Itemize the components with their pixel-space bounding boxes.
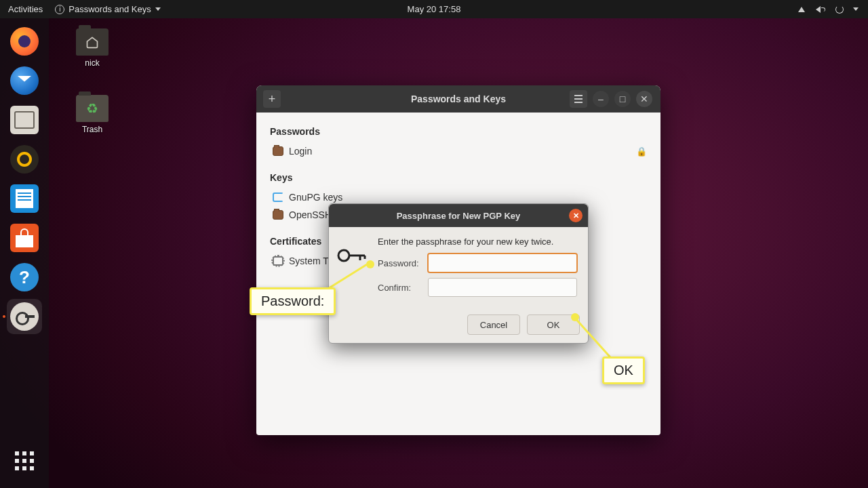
folder-icon — [273, 146, 283, 156]
confirm-input[interactable] — [428, 278, 577, 297]
passphrase-dialog: Passphrase for New PGP Key ✕ Enter the p… — [328, 203, 589, 344]
firefox-icon — [10, 27, 39, 56]
volume-icon[interactable] — [815, 5, 826, 14]
gnupg-item-label: GnuPG keys — [289, 192, 342, 203]
dialog-body: Enter the passphrase for your new key tw… — [329, 227, 588, 312]
network-icon[interactable] — [796, 5, 807, 14]
dialog-close-button[interactable]: ✕ — [569, 209, 583, 222]
confirm-row: Confirm: — [378, 278, 577, 297]
app-menu-label: Passwords and Keys — [68, 4, 151, 14]
chevron-down-icon — [155, 7, 161, 11]
dock-rhythmbox[interactable] — [7, 142, 42, 177]
hamburger-icon — [574, 95, 583, 103]
dialog-buttons: Cancel OK — [329, 312, 588, 343]
dialog-message: Enter the passphrase for your new key tw… — [378, 237, 577, 247]
password-input[interactable] — [428, 253, 577, 272]
desktop-home-label: nick — [65, 58, 119, 68]
help-icon: ? — [10, 263, 39, 291]
seahorse-icon — [10, 302, 39, 331]
password-row: Password: — [378, 253, 577, 272]
hamburger-menu-button[interactable] — [570, 90, 587, 108]
keys-section-header: Keys — [270, 172, 647, 183]
dock-writer[interactable] — [7, 181, 42, 216]
dialog-title: Passphrase for New PGP Key — [397, 211, 521, 221]
confirm-label: Confirm: — [378, 283, 428, 293]
writer-icon — [10, 184, 39, 213]
clock[interactable]: May 20 17:58 — [408, 4, 461, 14]
cancel-button[interactable]: Cancel — [467, 314, 520, 335]
dock: ? — [0, 18, 49, 488]
dock-firefox[interactable] — [7, 24, 42, 59]
login-item-label: Login — [289, 146, 312, 157]
svg-point-0 — [338, 250, 349, 261]
annotation-dot — [571, 313, 579, 321]
trash-icon — [76, 95, 108, 122]
software-icon — [10, 224, 39, 252]
thunderbird-icon — [10, 66, 39, 95]
desktop-trash-label: Trash — [65, 125, 119, 134]
app-info-icon: i — [55, 5, 64, 14]
system-menu-chevron-icon[interactable] — [853, 7, 859, 11]
window-header: + Passwords and Keys – □ ✕ — [256, 85, 660, 113]
maximize-button[interactable]: □ — [614, 91, 631, 107]
dock-thunderbird[interactable] — [7, 63, 42, 98]
show-applications[interactable] — [7, 443, 42, 479]
activities-button[interactable]: Activities — [8, 4, 43, 14]
login-keyring-item[interactable]: Login 🔒 — [270, 142, 647, 160]
close-button[interactable]: ✕ — [636, 91, 652, 107]
home-folder-icon — [76, 28, 108, 56]
dock-files[interactable] — [7, 102, 42, 138]
app-menu[interactable]: i Passwords and Keys — [55, 4, 160, 14]
annotation-ok-callout: OK — [602, 357, 645, 384]
music-icon — [10, 145, 39, 174]
power-icon[interactable] — [834, 5, 845, 14]
folder-icon — [273, 210, 283, 220]
dock-software[interactable] — [7, 220, 42, 256]
gear-icon — [273, 256, 283, 266]
minimize-button[interactable]: – — [593, 91, 609, 107]
desktop-trash[interactable]: Trash — [65, 95, 119, 134]
lock-icon: 🔒 — [636, 146, 647, 157]
files-icon — [10, 106, 39, 134]
dialog-key-icon — [336, 245, 368, 266]
annotation-password-callout: Password: — [250, 287, 336, 315]
passwords-section-header: Passwords — [270, 126, 647, 137]
dock-help[interactable]: ? — [7, 260, 42, 295]
apps-grid-icon — [15, 451, 34, 470]
password-label: Password: — [378, 258, 428, 268]
annotation-dot — [366, 260, 374, 268]
key-icon — [273, 192, 283, 202]
top-bar: Activities i Passwords and Keys May 20 1… — [0, 0, 868, 18]
dialog-header: Passphrase for New PGP Key ✕ — [329, 204, 588, 227]
dock-passwords-keys[interactable] — [7, 299, 42, 334]
desktop-home-folder[interactable]: nick — [65, 28, 119, 68]
